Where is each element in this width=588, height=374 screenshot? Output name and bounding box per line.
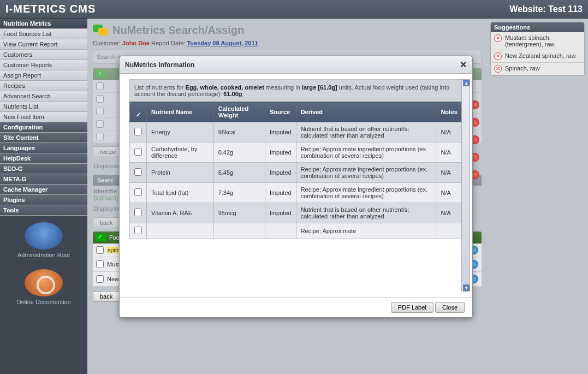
row-checkbox[interactable]: [134, 148, 142, 156]
nutrient-row: Total lipid (fat)7.34gImputedRecipe; App…: [130, 183, 462, 203]
sidebar: Nutrition Metrics Food Sources List View…: [0, 19, 87, 374]
suggestions-box: Suggestions ✕Mustard spinach, (tendergre…: [490, 22, 585, 76]
app-title: I-METRICS CMS: [5, 3, 96, 15]
modal-footer: PDF Label Close: [120, 297, 472, 317]
sidebar-item[interactable]: Tools: [0, 205, 87, 216]
customer-line: Customer: John Doe Report Date: Tuesday …: [93, 40, 482, 46]
row-checkbox[interactable]: [134, 227, 142, 234]
col-derived[interactable]: Derived: [296, 102, 436, 122]
row-checkbox[interactable]: [96, 133, 104, 140]
sidebar-item[interactable]: Nutrients List: [0, 102, 87, 112]
sidebar-item[interactable]: Advanced Search: [0, 91, 87, 102]
nutrient-row: Carbohydrate, by difference0.42gImputedR…: [130, 143, 462, 163]
row-checkbox[interactable]: [96, 120, 104, 128]
close-icon[interactable]: ✕: [460, 60, 467, 70]
admin-root-label: Administration Root: [0, 252, 87, 258]
nutrient-row: Vitamin A, RAE95mcgImputedNutrient that …: [130, 203, 462, 223]
search-label: Search in: [97, 54, 122, 60]
check-icon[interactable]: [96, 70, 106, 78]
scrollbar[interactable]: ▴▾: [461, 79, 470, 292]
nutrient-row: Recipe; Approximate: [130, 223, 462, 239]
row-checkbox[interactable]: [96, 108, 104, 115]
suggestions-title: Suggestions: [491, 22, 584, 32]
sidebar-item[interactable]: HelpDesk: [0, 153, 87, 164]
check-icon[interactable]: [96, 234, 106, 241]
close-button[interactable]: Close: [435, 302, 465, 313]
sidebar-item[interactable]: View Current Report: [0, 39, 87, 50]
sidebar-item[interactable]: SEO-G: [0, 164, 87, 174]
sidebar-item[interactable]: Customers: [0, 50, 87, 60]
row-checkbox[interactable]: [134, 209, 142, 216]
col-notes[interactable]: Notes: [436, 102, 462, 122]
nutrient-row: Protein6.45gImputedRecipe; Approximate i…: [130, 163, 462, 183]
right-panel: Suggestions ✕Mustard spinach, (tendergre…: [487, 19, 588, 374]
back-button-upper[interactable]: back: [93, 217, 120, 228]
customer-name: John Doe: [122, 40, 150, 46]
website-label: Website: Test 113: [509, 4, 583, 14]
top-bar: I-METRICS CMS Website: Test 113: [0, 0, 588, 19]
sidebar-section-config[interactable]: Configuration: [0, 122, 87, 133]
nutrient-row: Energy96kcalImputedNutrient that is base…: [130, 122, 462, 143]
pdf-label-button[interactable]: PDF Label: [391, 302, 433, 313]
col-source[interactable]: Source: [265, 102, 296, 122]
modal-title: NuMetrics Information: [125, 61, 194, 69]
identified-label: Identifie: [94, 188, 117, 194]
sidebar-item[interactable]: Assign Report: [0, 70, 87, 81]
sidebar-item[interactable]: New Food Item: [0, 112, 87, 122]
numetrics-modal: NuMetrics Information ✕ ▴▾ List of nutri…: [119, 56, 473, 318]
sidebar-item[interactable]: Recipes: [0, 81, 87, 91]
food-name: spin: [107, 247, 119, 253]
online-doc-block[interactable]: Online Documention: [0, 263, 87, 310]
sidebar-item[interactable]: Customer Reports: [0, 60, 87, 70]
identified-value: [spinach]: [94, 194, 118, 201]
sidebar-item[interactable]: Site Content: [0, 133, 87, 143]
row-checkbox[interactable]: [96, 95, 104, 103]
report-date[interactable]: Tuesday 09 August, 2011: [187, 40, 258, 46]
row-checkbox[interactable]: [134, 188, 142, 196]
sidebar-item[interactable]: Cache Manager: [0, 185, 87, 195]
row-checkbox[interactable]: [96, 246, 104, 254]
sidebar-section-nutrition[interactable]: Nutrition Metrics: [0, 19, 87, 29]
row-checkbox[interactable]: [134, 168, 142, 176]
row-checkbox[interactable]: [134, 128, 142, 135]
row-checkbox[interactable]: [96, 275, 104, 283]
modal-header[interactable]: NuMetrics Information ✕: [120, 56, 472, 74]
online-doc-label: Online Documention: [0, 299, 87, 305]
back-button[interactable]: back: [93, 291, 120, 302]
remove-icon[interactable]: ✕: [494, 52, 502, 60]
suggestion-item[interactable]: ✕Mustard spinach, (tendergreen), raw: [491, 32, 584, 50]
nutrients-table: Nutrient Name Calculated Weight Source D…: [129, 102, 462, 239]
page-title: NuMetrics Search/Assign: [112, 24, 244, 37]
admin-root-block[interactable]: Administration Root: [0, 216, 87, 263]
suggestion-item[interactable]: ✕New Zealand spinach, raw: [491, 50, 584, 63]
sidebar-item[interactable]: Food Sources List: [0, 29, 87, 39]
col-weight[interactable]: Calculated Weight: [213, 102, 265, 122]
row-checkbox[interactable]: [96, 260, 104, 268]
suggestion-item[interactable]: ✕Spinach, raw: [491, 63, 584, 75]
remove-icon[interactable]: ✕: [494, 34, 502, 42]
chat-icon: [93, 25, 108, 37]
modal-intro: List of nutrients for Egg, whole, cooked…: [129, 79, 462, 102]
sidebar-item[interactable]: META-G: [0, 174, 87, 185]
row-checkbox[interactable]: [96, 82, 104, 90]
sidebar-item[interactable]: Languages: [0, 143, 87, 153]
power-icon: [25, 222, 63, 250]
remove-icon[interactable]: ✕: [494, 65, 502, 73]
sidebar-item[interactable]: Plugins: [0, 195, 87, 205]
col-nutrient[interactable]: Nutrient Name: [147, 102, 214, 122]
lifering-icon: [25, 269, 63, 296]
